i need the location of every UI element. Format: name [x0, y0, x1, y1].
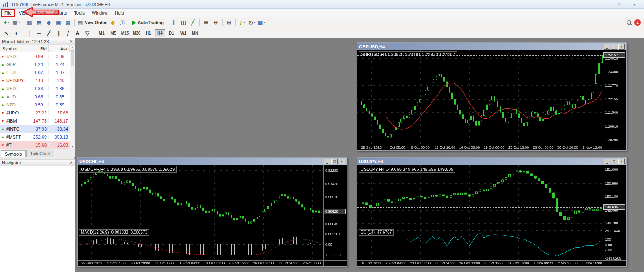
- indicators-button[interactable]: ƒ▾: [238, 18, 247, 27]
- chart-titlebar[interactable]: USDCHF,H4_□×: [78, 158, 347, 165]
- timeframe-button-d1[interactable]: D1: [166, 29, 177, 37]
- metaeditor-button[interactable]: ◆: [108, 18, 117, 27]
- autotrading-button[interactable]: ▶AutoTrading: [131, 18, 165, 27]
- column-header-ask[interactable]: Ask: [49, 45, 70, 52]
- menu-item-insert[interactable]: Insert: [32, 10, 50, 16]
- new-order-button[interactable]: ▤New Order: [77, 18, 107, 27]
- menu-item-view[interactable]: View: [15, 10, 32, 16]
- about-button[interactable]: i: [118, 18, 127, 27]
- timeframe-button-h4[interactable]: H4: [155, 29, 165, 37]
- table-row[interactable]: ▲#INTC37.9338.34: [0, 125, 70, 133]
- chart-minimize-button[interactable]: _: [604, 159, 610, 164]
- chart-window-usdchf[interactable]: USDCHF,H4_□×USDCHF,H4 0.89608 0.89655 0.…: [77, 157, 347, 267]
- table-row[interactable]: ▲AUD...0.65...0.65...: [0, 93, 70, 101]
- table-row[interactable]: ▲NZD...0.59...0.59...: [0, 101, 70, 109]
- navigator-button[interactable]: ◈: [44, 18, 53, 27]
- data-window-button[interactable]: ▤: [35, 18, 43, 27]
- table-row[interactable]: ▼#T15.6816.09: [0, 141, 70, 149]
- table-row[interactable]: ▼#IBM147.73148.17: [0, 117, 70, 125]
- vertical-line-button[interactable]: │: [25, 29, 34, 37]
- chart-close-button[interactable]: ×: [618, 159, 625, 164]
- chart-restore-button[interactable]: □: [611, 44, 617, 50]
- profiles-button[interactable]: ▦▾: [12, 18, 21, 27]
- chart-close-button[interactable]: ×: [618, 44, 625, 50]
- chart-titlebar[interactable]: USDJPY,H4_□×: [357, 158, 626, 165]
- market-watch-header[interactable]: Market Watch: 12:44:28 ×: [0, 38, 75, 45]
- toolbar-separator: [222, 19, 223, 26]
- chart-canvas-usdchf[interactable]: [78, 165, 347, 266]
- equidistant-channel-button[interactable]: ∥: [54, 29, 63, 37]
- table-row[interactable]: ▼USD...0.89...0.89...: [0, 52, 70, 60]
- scroll-up-icon[interactable]: ▲: [71, 45, 74, 50]
- window-maximize-button[interactable]: □: [613, 0, 627, 8]
- navigator-body[interactable]: [0, 166, 75, 272]
- table-row[interactable]: ▲GBP...1.24...1.24...: [0, 60, 70, 69]
- column-header-bid[interactable]: Bid: [28, 45, 49, 52]
- zoom-in-button[interactable]: ⊕: [202, 18, 211, 27]
- chart-bars-button[interactable]: ∥: [169, 18, 178, 27]
- chart-close-button[interactable]: ×: [339, 159, 345, 164]
- chart-canvas-usdjpy[interactable]: [357, 165, 626, 266]
- periods-button[interactable]: ◷▾: [248, 18, 256, 27]
- table-row[interactable]: ▲EUR...1.07...1.07...: [0, 69, 70, 77]
- strategy-tester-button[interactable]: ▧: [64, 18, 72, 27]
- timeframe-button-m15[interactable]: M15: [120, 29, 130, 37]
- chart-window-gbpusd[interactable]: GBPUSD,H4_□×GBPUSD,H4 1.23975 1.24181 1.…: [357, 42, 627, 151]
- chart-minimize-button[interactable]: _: [324, 159, 330, 164]
- chart-canvas-gbpusd[interactable]: [357, 50, 626, 150]
- text-button[interactable]: A: [73, 29, 82, 37]
- chart-window-usdjpy[interactable]: USDJPY,H4_□×USDJPY,H4 149.665 149.666 14…: [357, 157, 627, 267]
- chart-titlebar[interactable]: GBPUSD,H4_□×: [357, 43, 626, 50]
- chart-restore-button[interactable]: □: [611, 159, 617, 164]
- chart-candles-button[interactable]: ◫: [179, 18, 188, 27]
- search-icon[interactable]: [627, 20, 631, 25]
- market-watch-button[interactable]: ▥: [25, 18, 34, 27]
- arrows-button[interactable]: ▽: [83, 29, 92, 37]
- column-header-symbol[interactable]: Symbol: [0, 45, 28, 52]
- tile-windows-button[interactable]: ⊞: [225, 18, 233, 27]
- window-close-button[interactable]: ×: [627, 0, 642, 8]
- timeframe-button-mn[interactable]: MN: [190, 29, 200, 37]
- cursor-button[interactable]: ↖: [2, 29, 11, 37]
- symbol-cell: ▲GBP...: [0, 60, 28, 69]
- timeframe-button-m30[interactable]: M30: [131, 29, 142, 37]
- timeframe-button-w1[interactable]: W1: [178, 29, 189, 37]
- table-row[interactable]: ▲USD...1.36...1.36...: [0, 85, 70, 93]
- window-minimize-button[interactable]: —: [598, 0, 613, 8]
- zoom-out-button[interactable]: ⊖: [211, 18, 220, 27]
- chart-window-controls: _□×: [603, 159, 625, 164]
- table-row[interactable]: ▼#HPQ27.2227.63: [0, 109, 70, 117]
- timeframe-button-h1[interactable]: H1: [143, 29, 154, 37]
- menu-item-window[interactable]: Window: [88, 10, 111, 16]
- bid-cell: 0.59...: [28, 102, 49, 107]
- scrollbar-thumb[interactable]: [71, 50, 74, 66]
- crosshair-button[interactable]: +: [12, 29, 21, 37]
- timeframe-button-m1[interactable]: M1: [96, 29, 107, 37]
- table-row[interactable]: ▲#MSFT352.69353.18: [0, 133, 70, 141]
- templates-button[interactable]: ▨▾: [257, 18, 266, 27]
- timeframe-button-m5[interactable]: M5: [108, 29, 119, 37]
- table-row[interactable]: ▼USDJPY149...149...: [0, 77, 70, 85]
- market-watch-scrollbar[interactable]: ▲ ▼: [70, 45, 75, 149]
- menu-item-help[interactable]: Help: [111, 10, 128, 16]
- terminal-button[interactable]: ▣: [54, 18, 63, 27]
- market-watch-close-icon[interactable]: ×: [70, 39, 73, 44]
- arrow-down-icon: ▼: [1, 143, 4, 147]
- notification-badge[interactable]: 1: [634, 19, 641, 26]
- menu-item-charts[interactable]: Charts: [50, 10, 70, 16]
- menu-item-tools[interactable]: Tools: [70, 10, 88, 16]
- horizontal-line-button[interactable]: ─: [35, 29, 43, 37]
- tab-tick-chart[interactable]: Tick Chart: [26, 150, 54, 157]
- trendline-button[interactable]: ╱: [44, 29, 53, 37]
- chart-restore-button[interactable]: □: [331, 159, 338, 164]
- chart-line-button[interactable]: ╱: [188, 18, 197, 27]
- tab-symbols[interactable]: Symbols: [1, 150, 26, 157]
- navigator-close-icon[interactable]: ×: [70, 160, 73, 165]
- new-chart-button[interactable]: +▾: [2, 18, 11, 27]
- fibonacci-button[interactable]: ƒ: [64, 29, 72, 37]
- menu-item-file[interactable]: File: [1, 10, 15, 16]
- bid-cell: 149...: [28, 78, 49, 83]
- navigator-header[interactable]: Navigator ×: [0, 160, 75, 166]
- chart-minimize-button[interactable]: _: [604, 44, 610, 50]
- scroll-down-icon[interactable]: ▼: [71, 145, 74, 149]
